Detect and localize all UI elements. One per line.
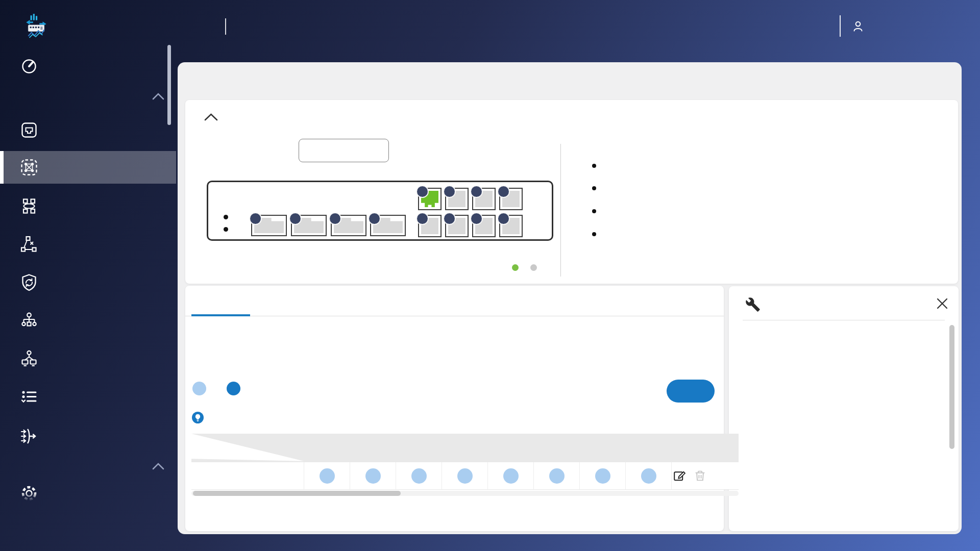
column-header (350, 434, 396, 462)
sidebar-item-port-management[interactable] (0, 114, 176, 146)
sidebar-item-rstp[interactable] (0, 228, 176, 261)
selected-indicator (0, 151, 4, 184)
status-row-link-down (592, 181, 625, 195)
header-divider-2 (840, 15, 841, 37)
close-icon[interactable] (936, 297, 948, 312)
tag-legend (192, 382, 245, 395)
chevron-up-icon (152, 463, 164, 472)
port-11 (499, 188, 523, 210)
diagonal-wedge (191, 434, 304, 462)
link-aggregation-icon (17, 194, 41, 218)
port-7 (445, 188, 469, 210)
bullet-icon (592, 186, 596, 190)
dashboard-collapse-icon[interactable] (204, 113, 218, 123)
table-hscroll-track[interactable] (191, 491, 739, 496)
link-up-dot-icon (512, 264, 519, 271)
port-number-badge (416, 212, 429, 225)
sidebar-item-lldp[interactable] (0, 305, 176, 337)
qos-arrows-icon (17, 424, 41, 448)
sidebar-item-vlan[interactable] (0, 151, 176, 184)
sidebar-item-overview[interactable] (0, 50, 176, 83)
port-number-badge (470, 185, 483, 198)
gear-icon (17, 482, 41, 505)
port-1 (251, 215, 287, 236)
port-4 (370, 215, 406, 236)
column-header (442, 434, 487, 462)
tagged-badge-icon (227, 382, 240, 395)
column-header (396, 434, 442, 462)
untagged-badge-icon (457, 468, 473, 484)
sidebar-item-qos[interactable] (0, 420, 176, 453)
action-cell (671, 462, 739, 489)
table-hscroll-thumb[interactable] (193, 491, 401, 496)
port-number-badge (443, 185, 456, 198)
tab-active-underline (191, 314, 250, 316)
port-6 (418, 215, 442, 237)
led-indicator (224, 227, 228, 232)
port-number-badge (416, 185, 429, 198)
port-number-badge (289, 212, 302, 225)
sidebar-item-link-aggregation[interactable] (0, 190, 176, 222)
vlan-network-icon (17, 156, 41, 179)
help-panel (729, 286, 959, 531)
column-header (304, 434, 350, 462)
table-corner-cell (191, 434, 304, 462)
qss-logo-icon (24, 12, 48, 39)
sidebar-item-acl[interactable] (0, 381, 176, 414)
help-scrollbar-thumb[interactable] (949, 325, 954, 449)
column-header (487, 434, 533, 462)
rule-list-icon (17, 386, 41, 409)
untagged-badge-icon (192, 382, 206, 395)
help-divider (743, 320, 945, 320)
untagged-badge-icon (320, 468, 335, 484)
port-9 (472, 188, 496, 210)
status-row-enabled (592, 204, 625, 218)
untagged-badge-icon (595, 468, 610, 484)
column-header-action (661, 434, 708, 462)
led-indicator (224, 215, 228, 219)
port-number-badge (329, 212, 341, 225)
sidebar-section-system[interactable] (0, 457, 176, 477)
status-row-link-up (592, 159, 625, 173)
sidebar-section-configuration[interactable] (0, 87, 176, 107)
wrench-icon (745, 297, 761, 314)
add-button[interactable] (667, 380, 715, 403)
bullet-icon (592, 164, 596, 168)
port-number-badge (497, 185, 510, 198)
ethernet-port-icon (17, 118, 41, 142)
column-header (533, 434, 579, 462)
port-2 (291, 215, 327, 236)
sidebar-scrollbar[interactable] (167, 45, 171, 125)
dashboard-card (185, 100, 958, 284)
port-8 (445, 215, 469, 237)
user-menu[interactable] (851, 15, 879, 38)
vlan-table (191, 434, 739, 496)
switch-faceplate (207, 181, 553, 241)
main-content-panel (178, 62, 962, 534)
untagged-badge-icon (411, 468, 427, 484)
port-status-legend (512, 260, 558, 274)
tip-icon (192, 412, 204, 425)
gauge-icon (17, 55, 41, 78)
tab-divider (185, 316, 724, 316)
untagged-badge-icon (641, 468, 656, 484)
bullet-icon (592, 209, 596, 213)
sidebar-item-igmp-snooping[interactable] (0, 343, 176, 375)
trash-icon[interactable] (693, 469, 707, 485)
edit-icon[interactable] (673, 469, 687, 485)
untagged-badge-icon (549, 468, 565, 484)
header-divider (225, 18, 226, 35)
port-number-badge (470, 212, 483, 225)
sidebar-item-loop-protection[interactable] (0, 266, 176, 299)
shield-loop-icon (17, 271, 41, 294)
port-number-badge (249, 212, 262, 225)
chevron-up-icon (152, 93, 164, 102)
sidebar-item-system-settings[interactable] (0, 477, 176, 510)
port-5 (418, 188, 442, 210)
port-number-badge (443, 212, 456, 225)
vertical-divider (560, 144, 561, 277)
status-row-disabled (592, 227, 625, 241)
table-row (191, 462, 739, 490)
port-10 (472, 215, 496, 237)
device-view-dropdown[interactable] (299, 139, 389, 162)
